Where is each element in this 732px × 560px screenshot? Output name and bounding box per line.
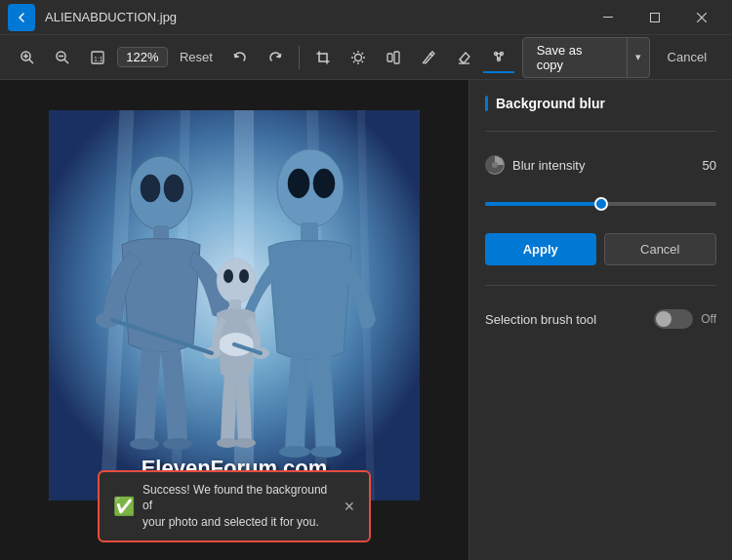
panel-cancel-button[interactable]: Cancel (604, 233, 717, 265)
svg-rect-1 (651, 13, 660, 21)
svg-point-13 (354, 54, 361, 60)
erase-button[interactable] (448, 42, 479, 73)
background-button[interactable] (483, 42, 514, 73)
panel-title-bar (485, 96, 488, 111)
panel-divider-2 (485, 285, 716, 286)
svg-line-21 (353, 60, 355, 62)
maximize-button[interactable] (632, 0, 677, 35)
svg-point-45 (288, 169, 309, 198)
toggle-state-label: Off (701, 312, 716, 326)
apply-button[interactable]: Apply (485, 233, 596, 265)
svg-rect-23 (394, 52, 399, 63)
toolbar: 1:1 122% Reset (0, 35, 732, 80)
minimize-button[interactable] (586, 0, 630, 35)
action-buttons: Apply Cancel (485, 233, 716, 265)
chevron-down-icon[interactable]: ▾ (628, 46, 649, 68)
fit-screen-button[interactable]: 1:1 (82, 42, 113, 73)
blur-intensity-label: Blur intensity (512, 158, 695, 173)
cancel-button[interactable]: Cancel (654, 45, 720, 69)
panel-title: Background blur (485, 96, 716, 111)
svg-line-18 (353, 53, 355, 55)
zoom-out-button[interactable] (47, 42, 78, 73)
zoom-level: 122% (117, 47, 168, 67)
toggle-container: Off (654, 309, 716, 329)
redo-button[interactable] (260, 42, 291, 73)
main-area: ElevenForum.com ✅ Success! We found the … (0, 80, 732, 560)
reset-button[interactable]: Reset (172, 46, 221, 68)
filter-button[interactable] (378, 42, 409, 73)
slider-track (485, 202, 716, 206)
save-copy-button[interactable]: Save as copy ▾ (522, 37, 650, 78)
file-title: ALIENABDUCTION.jpg (45, 10, 586, 24)
svg-text:1:1: 1:1 (94, 56, 103, 62)
back-button[interactable] (8, 4, 35, 31)
svg-rect-0 (603, 17, 613, 18)
svg-point-39 (164, 175, 183, 202)
svg-point-46 (313, 169, 335, 198)
svg-point-63 (492, 162, 498, 168)
blur-intensity-value: 50 (703, 158, 716, 173)
svg-line-5 (29, 60, 33, 63)
draw-button[interactable] (413, 42, 444, 73)
toast-message: Success! We found the background of your… (142, 482, 336, 531)
selection-brush-label: Selection brush tool (485, 312, 654, 327)
crop-button[interactable] (307, 42, 339, 73)
toolbar-divider-1 (299, 46, 300, 69)
toggle-thumb (656, 311, 671, 327)
svg-point-53 (239, 269, 249, 283)
success-toast: ✅ Success! We found the background of yo… (98, 470, 371, 542)
panel-divider-1 (485, 131, 716, 132)
success-icon: ✅ (113, 496, 135, 517)
save-copy-label: Save as copy (523, 38, 628, 77)
zoom-in-button[interactable] (12, 42, 43, 73)
svg-point-51 (217, 259, 256, 303)
slider-thumb[interactable] (594, 197, 608, 211)
blur-intensity-row: Blur intensity 50 (485, 155, 716, 175)
brightness-button[interactable] (343, 42, 374, 73)
close-button[interactable] (679, 0, 724, 35)
svg-point-42 (130, 438, 159, 450)
svg-line-9 (64, 60, 68, 63)
svg-line-20 (361, 53, 363, 55)
blur-intensity-icon (485, 155, 505, 175)
selection-brush-row: Selection brush tool Off (485, 309, 716, 329)
svg-line-24 (423, 62, 424, 63)
svg-point-43 (163, 438, 192, 450)
undo-button[interactable] (224, 42, 256, 73)
image-container: ElevenForum.com (49, 110, 420, 500)
blur-slider[interactable] (485, 194, 716, 214)
svg-line-19 (361, 60, 363, 62)
toast-close-button[interactable]: ✕ (344, 499, 355, 514)
right-panel: Background blur Blur intensity 50 (468, 80, 732, 560)
svg-point-38 (141, 175, 160, 202)
canvas-area: ElevenForum.com ✅ Success! We found the … (0, 80, 468, 560)
svg-point-59 (234, 438, 256, 448)
svg-point-52 (224, 269, 233, 283)
slider-fill (485, 202, 601, 206)
alien-image: ElevenForum.com (49, 110, 420, 500)
title-bar: ALIENABDUCTION.jpg (0, 0, 732, 35)
window-controls (586, 0, 724, 35)
selection-brush-toggle[interactable] (654, 309, 693, 329)
svg-rect-22 (387, 54, 392, 61)
